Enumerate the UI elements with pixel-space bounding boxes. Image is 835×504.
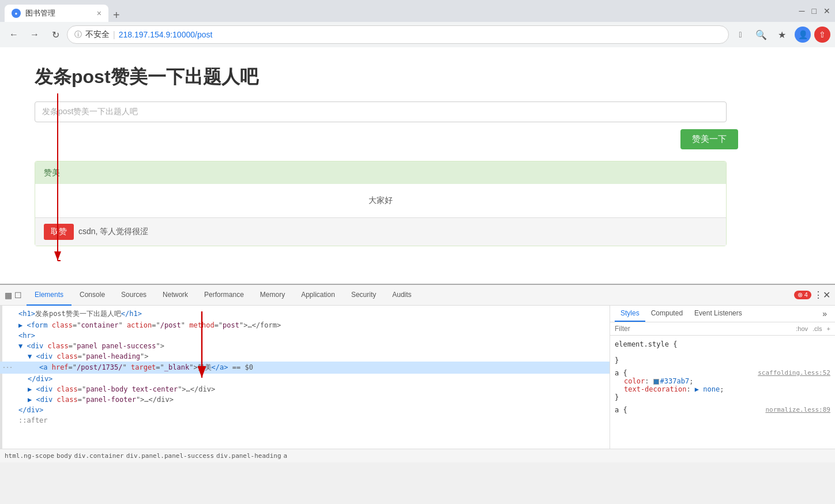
panel-footer: 取赞 csdn, 等人觉得很涩 <box>35 217 726 246</box>
window-controls: ─ □ ✕ <box>799 6 830 16</box>
style-prop-color: color: #337ab7; <box>615 377 830 385</box>
filter-actions: :hov .cls + <box>796 325 830 332</box>
style-prop-text-decoration: text-decoration: ▶ none; <box>615 385 830 393</box>
filter-hov[interactable]: :hov <box>796 325 808 332</box>
style-selector-a: a { <box>615 369 627 377</box>
forward-button[interactable]: → <box>25 25 44 44</box>
style-close: } <box>615 356 830 364</box>
tab-security[interactable]: Security <box>343 285 384 306</box>
tab-area: 图书管理 × + <box>5 0 125 22</box>
html-line: </div> <box>0 405 610 415</box>
refresh-button[interactable]: ↻ <box>46 25 65 44</box>
breadcrumb-container[interactable]: div.container <box>74 452 124 460</box>
breadcrumb-html[interactable]: html.ng-scope <box>5 452 54 460</box>
panel: 赞美 大家好 取赞 csdn, 等人觉得很涩 <box>35 161 727 246</box>
browser-toolbar: ← → ↻ ⓘ 不安全 | 218.197.154.9:10000/post … <box>0 22 835 47</box>
filter-cls[interactable]: .cls <box>813 325 822 332</box>
style-rule-header2: a { normalize.less:89 <box>615 406 830 414</box>
profile-icon[interactable]: 👤 <box>793 25 812 44</box>
tab-application[interactable]: Application <box>293 285 343 306</box>
breadcrumb-body[interactable]: body <box>57 452 72 460</box>
style-file-ref[interactable]: scaffolding.less:52 <box>758 369 830 377</box>
html-line: ::after <box>0 415 610 426</box>
breadcrumb-panel-heading[interactable]: div.panel-heading <box>216 452 281 460</box>
devtools-more-button[interactable]: ⋮ <box>814 289 823 300</box>
page-title: 发条post赞美一下出题人吧 <box>35 65 800 90</box>
html-line: ▼ <div class="panel panel-success"> <box>0 341 610 351</box>
url-path: :10000/post <box>170 30 212 39</box>
styles-content: element.style { } a { scaffolding.less:5… <box>610 336 835 449</box>
breadcrumb-a[interactable]: a <box>284 452 288 460</box>
zoom-icon[interactable]: 🔍 <box>752 25 770 44</box>
bookmark-icon[interactable]: ★ <box>773 25 791 44</box>
update-icon[interactable]: ⇧ <box>814 27 830 43</box>
filter-add[interactable]: + <box>827 325 830 332</box>
styles-more-button[interactable]: » <box>819 306 830 322</box>
title-bar: 图书管理 × + ─ □ ✕ <box>0 0 835 22</box>
minimize-button[interactable]: ─ <box>799 6 805 16</box>
tab-console[interactable]: Console <box>72 285 113 306</box>
tab-computed[interactable]: Computed <box>645 306 689 322</box>
page-content: 发条post赞美一下出题人吧 发条post赞美一下出题人吧 赞美一下 赞美 大家… <box>0 47 835 284</box>
style-selector: element.style { <box>615 340 830 348</box>
html-line: <h1>发条post赞美一下出题人吧</h1> <box>0 308 610 320</box>
toolbar-actions:  🔍 ★ 👤 ⇧ <box>731 25 830 44</box>
browser-chrome: 图书管理 × + ─ □ ✕ ← → ↻ ⓘ 不安全 | 218.197.154… <box>0 0 835 47</box>
filter-bar: :hov .cls + <box>610 322 835 336</box>
submit-button[interactable]: 赞美一下 <box>680 129 738 149</box>
security-label: 不安全 <box>85 29 110 40</box>
tab-memory[interactable]: Memory <box>252 285 293 306</box>
html-line: </div> <box>0 374 610 384</box>
error-badge: ⊗ 4 <box>794 291 811 299</box>
url-separator: | <box>113 30 115 39</box>
style-rule-header: a { scaffolding.less:52 <box>615 369 830 377</box>
input-placeholder: 发条post赞美一下出题人吧 <box>42 107 138 117</box>
panel-body-text: 大家好 <box>368 195 393 205</box>
browser-tab[interactable]: 图书管理 × <box>5 5 108 22</box>
new-tab-button[interactable]: + <box>108 9 125 22</box>
devtools-html-panel: <h1>发条post赞美一下出题人吧</h1> ▶ <form class="c… <box>0 306 610 449</box>
html-line: <hr> <box>0 330 610 341</box>
html-line-highlighted[interactable]: ... <a href="/post/1735/" target="_blank… <box>0 362 610 374</box>
panel-body: 大家好 <box>35 184 726 217</box>
security-icon: ⓘ <box>74 29 82 40</box>
devtools-responsive-button[interactable]: ☐ <box>14 291 22 300</box>
maximize-button[interactable]: □ <box>812 6 817 16</box>
back-button[interactable]: ← <box>5 25 23 44</box>
line-dots: ... <box>2 363 13 369</box>
cancel-button[interactable]: 取赞 <box>44 224 74 240</box>
style-rule-element: element.style { } <box>615 340 830 364</box>
devtools-inspect-button[interactable]: ▦ <box>5 291 12 300</box>
breadcrumb-panel[interactable]: div.panel.panel-success <box>126 452 214 460</box>
style-rule-a2: a { normalize.less:89 <box>615 406 830 414</box>
tab-elements[interactable]: Elements <box>27 285 72 306</box>
styles-tabs: Styles Computed Event Listeners » <box>610 306 835 322</box>
devtools-panel: ▦ ☐ Elements Console Sources Network Per… <box>0 284 835 462</box>
close-button[interactable]: ✕ <box>823 6 830 16</box>
translate-icon[interactable]:  <box>731 25 750 44</box>
tab-audits[interactable]: Audits <box>384 285 419 306</box>
tab-styles[interactable]: Styles <box>615 306 645 322</box>
address-bar[interactable]: ⓘ 不安全 | 218.197.154.9:10000/post <box>67 25 729 44</box>
panel-link[interactable]: 赞美 <box>44 168 60 177</box>
url-host: 218.197.154.9 <box>119 30 171 39</box>
devtools-close-button[interactable]: ✕ <box>823 289 830 300</box>
url-display: 218.197.154.9:10000/post <box>119 30 213 39</box>
devtools-tabs: Elements Console Sources Network Perform… <box>27 285 794 306</box>
style-close-a: } <box>615 393 830 401</box>
tab-close-button[interactable]: × <box>97 9 101 18</box>
color-swatch <box>653 379 659 385</box>
tab-sources[interactable]: Sources <box>113 285 155 306</box>
post-input[interactable]: 发条post赞美一下出题人吧 <box>35 101 727 122</box>
styles-filter-input[interactable] <box>615 325 796 333</box>
html-line: ▼ <div class="panel-heading"> <box>0 351 610 362</box>
tab-title: 图书管理 <box>25 8 55 18</box>
profile-avatar: 👤 <box>795 27 811 43</box>
tab-network[interactable]: Network <box>155 285 196 306</box>
devtools-toolbar: ▦ ☐ Elements Console Sources Network Per… <box>0 285 835 306</box>
tab-performance[interactable]: Performance <box>196 285 252 306</box>
style-rule-a: a { scaffolding.less:52 color: #337ab7; … <box>615 369 830 401</box>
tab-event-listeners[interactable]: Event Listeners <box>689 306 748 322</box>
favicon-icon <box>12 9 21 18</box>
style-file-ref2[interactable]: normalize.less:89 <box>765 406 830 414</box>
